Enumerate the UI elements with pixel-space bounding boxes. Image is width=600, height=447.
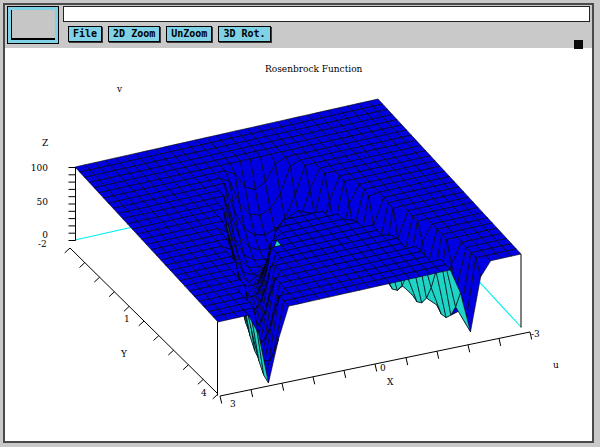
y-axis-title: Y xyxy=(121,350,127,359)
x-axis-title: X xyxy=(387,378,393,387)
z-tick-100: 100 xyxy=(26,164,48,173)
x-tick-0: 0 xyxy=(380,364,386,373)
z-tick-50: 50 xyxy=(26,198,48,207)
y-tick-4: 4 xyxy=(201,389,207,398)
rotate-3d-button[interactable]: 3D Rot. xyxy=(218,26,270,42)
unzoom-button[interactable]: UnZoom xyxy=(166,26,212,42)
u-param-label: u xyxy=(553,361,559,370)
y-tick-1: 1 xyxy=(124,315,130,324)
menu-button-row: File 2D Zoom UnZoom 3D Rot. xyxy=(68,26,271,42)
x-tick-3: 3 xyxy=(230,400,236,409)
plot-title: Rosenbrock Function xyxy=(265,65,362,74)
graphic-window: File 2D Zoom UnZoom 3D Rot. Rosenbrock F… xyxy=(0,0,600,447)
x-tick-neg3: -3 xyxy=(531,330,540,339)
message-strip-input[interactable] xyxy=(63,6,590,22)
v-param-label: v xyxy=(117,85,122,94)
busy-indicator-square xyxy=(574,40,583,49)
file-button[interactable]: File xyxy=(68,26,102,42)
z-axis-title: Z xyxy=(42,139,48,148)
zoom-2d-button[interactable]: 2D Zoom xyxy=(108,26,160,42)
y-tick-neg2: -2 xyxy=(38,240,47,249)
window-corner-panel-face xyxy=(11,10,55,40)
menu-bar: File 2D Zoom UnZoom 3D Rot. xyxy=(5,5,592,48)
window-corner-panel[interactable] xyxy=(7,6,59,44)
